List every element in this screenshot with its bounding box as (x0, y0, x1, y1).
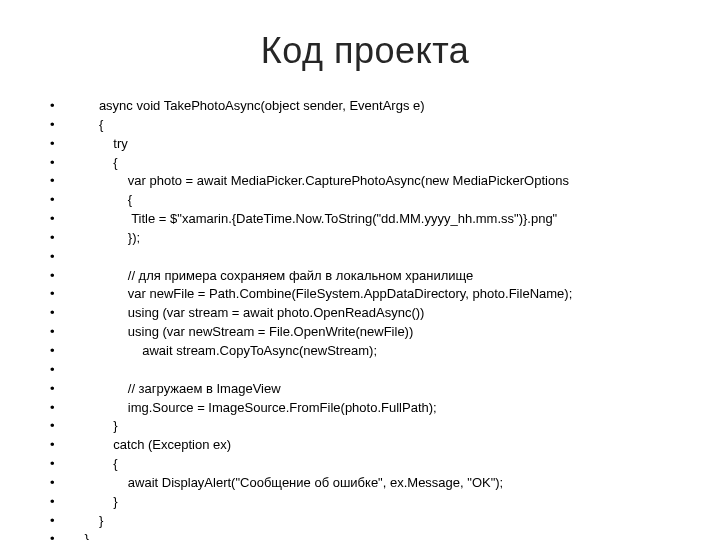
code-line: • { (50, 191, 680, 210)
code-line: • using (var stream = await photo.OpenRe… (50, 304, 680, 323)
code-line: • try (50, 135, 680, 154)
code-text: Title = $"xamarin.{DateTime.Now.ToString… (70, 210, 680, 229)
code-block: • async void TakePhotoAsync(object sende… (50, 97, 680, 540)
code-line: • await DisplayAlert("Сообщение об ошибк… (50, 474, 680, 493)
bullet-icon: • (50, 399, 70, 418)
bullet-icon: • (50, 116, 70, 135)
code-text: try (70, 135, 680, 154)
code-line: • (50, 248, 680, 267)
code-text: catch (Exception ex) (70, 436, 680, 455)
bullet-icon: • (50, 304, 70, 323)
bullet-icon: • (50, 210, 70, 229)
bullet-icon: • (50, 285, 70, 304)
code-line: • img.Source = ImageSource.FromFile(phot… (50, 399, 680, 418)
code-line: • Title = $"xamarin.{DateTime.Now.ToStri… (50, 210, 680, 229)
code-line: • }); (50, 229, 680, 248)
bullet-icon: • (50, 135, 70, 154)
bullet-icon: • (50, 530, 70, 540)
bullet-icon: • (50, 455, 70, 474)
bullet-icon: • (50, 436, 70, 455)
code-text: await DisplayAlert("Сообщение об ошибке"… (70, 474, 680, 493)
code-line: • using (var newStream = File.OpenWrite(… (50, 323, 680, 342)
code-text: img.Source = ImageSource.FromFile(photo.… (70, 399, 680, 418)
code-line: • } (50, 417, 680, 436)
code-text: { (70, 116, 680, 135)
code-line: • } (50, 493, 680, 512)
code-line: • catch (Exception ex) (50, 436, 680, 455)
bullet-icon: • (50, 474, 70, 493)
code-text: await stream.CopyToAsync(newStream); (70, 342, 680, 361)
bullet-icon: • (50, 229, 70, 248)
slide: Код проекта • async void TakePhotoAsync(… (0, 0, 720, 540)
code-text: } (70, 417, 680, 436)
code-text: var newFile = Path.Combine(FileSystem.Ap… (70, 285, 680, 304)
code-line: • } (50, 512, 680, 531)
code-text: // загружаем в ImageView (70, 380, 680, 399)
bullet-icon: • (50, 191, 70, 210)
code-line: • var newFile = Path.Combine(FileSystem.… (50, 285, 680, 304)
bullet-icon: • (50, 380, 70, 399)
code-line: • var photo = await MediaPicker.CaptureP… (50, 172, 680, 191)
bullet-icon: • (50, 493, 70, 512)
code-line: • { (50, 154, 680, 173)
code-line: • // загружаем в ImageView (50, 380, 680, 399)
bullet-icon: • (50, 248, 70, 267)
bullet-icon: • (50, 323, 70, 342)
bullet-icon: • (50, 417, 70, 436)
code-text: { (70, 455, 680, 474)
code-text: }); (70, 229, 680, 248)
code-text: } (70, 493, 680, 512)
code-text: { (70, 154, 680, 173)
code-line: • { (50, 455, 680, 474)
code-line: • { (50, 116, 680, 135)
code-text: { (70, 191, 680, 210)
code-text: async void TakePhotoAsync(object sender,… (70, 97, 680, 116)
code-line: • // для примера сохраняем файл в локаль… (50, 267, 680, 286)
bullet-icon: • (50, 154, 70, 173)
code-line: • async void TakePhotoAsync(object sende… (50, 97, 680, 116)
page-title: Код проекта (50, 30, 680, 72)
code-text: var photo = await MediaPicker.CapturePho… (70, 172, 680, 191)
bullet-icon: • (50, 97, 70, 116)
code-line: • await stream.CopyToAsync(newStream); (50, 342, 680, 361)
code-text: using (var stream = await photo.OpenRead… (70, 304, 680, 323)
code-line: • } (50, 530, 680, 540)
code-text: } (70, 530, 680, 540)
bullet-icon: • (50, 361, 70, 380)
code-text: // для примера сохраняем файл в локально… (70, 267, 680, 286)
bullet-icon: • (50, 512, 70, 531)
code-text: } (70, 512, 680, 531)
bullet-icon: • (50, 172, 70, 191)
bullet-icon: • (50, 267, 70, 286)
code-text: using (var newStream = File.OpenWrite(ne… (70, 323, 680, 342)
bullet-icon: • (50, 342, 70, 361)
code-line: • (50, 361, 680, 380)
